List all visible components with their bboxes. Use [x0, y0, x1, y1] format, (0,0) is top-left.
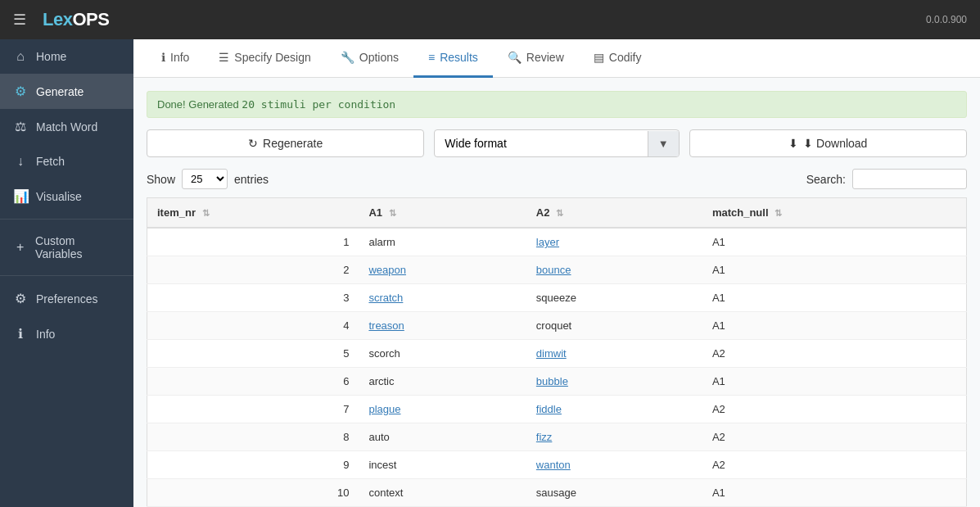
match-word-icon: ⚖ — [13, 119, 28, 134]
table-row: 7plaguefiddleA2 — [147, 396, 967, 423]
cell-a2-link[interactable]: bounce — [536, 264, 571, 276]
tab-results[interactable]: ≡ Results — [413, 39, 493, 78]
sidebar-label-home: Home — [36, 50, 66, 63]
format-dropdown-icon[interactable]: ▼ — [648, 131, 679, 156]
cell-a2-link[interactable]: wanton — [536, 459, 571, 471]
sidebar-label-visualise: Visualise — [36, 190, 82, 203]
show-entries: Show 10 25 50 100 entries — [147, 169, 269, 189]
cell-a1: context — [359, 479, 526, 507]
cell-a2: sausage — [526, 479, 702, 507]
cell-match-null: A1 — [702, 312, 967, 340]
search-input[interactable] — [852, 169, 967, 189]
cell-a1-link[interactable]: treason — [368, 319, 404, 332]
col-a1[interactable]: A1 ⇅ — [359, 198, 526, 229]
sidebar-item-custom-variables[interactable]: + Custom Variables — [0, 224, 133, 270]
sidebar-label-match-word: Match Word — [36, 120, 97, 134]
cell-a1-link[interactable]: plague — [368, 403, 400, 415]
sidebar-item-info[interactable]: ℹ Info — [0, 316, 133, 351]
download-button[interactable]: ⬇ ⬇ Download — [689, 129, 967, 157]
cell-a2-link[interactable]: fiddle — [536, 403, 562, 415]
status-code: 20 stimuli per condition — [242, 98, 395, 111]
home-icon: ⌂ — [13, 49, 28, 64]
cell-a1: treason — [359, 312, 526, 340]
cell-a1-link[interactable]: weapon — [368, 264, 406, 276]
cell-a1: scratch — [359, 284, 526, 312]
table-row: 4treasoncroquetA1 — [147, 312, 967, 340]
show-label: Show — [147, 173, 175, 186]
sidebar-item-generate[interactable]: ⚙ Generate — [0, 74, 133, 109]
toolbar: ↻ Regenerate Wide format Long format ▼ ⬇… — [147, 129, 967, 157]
table-controls: Show 10 25 50 100 entries Search: — [147, 169, 967, 189]
tab-specify-design[interactable]: ☰ Specify Design — [204, 39, 325, 78]
col-match-null[interactable]: match_null ⇅ — [702, 198, 967, 229]
entries-label: entries — [234, 173, 269, 186]
tab-info[interactable]: ℹ Info — [147, 39, 204, 78]
col-a2[interactable]: A2 ⇅ — [526, 198, 702, 229]
sidebar-item-fetch[interactable]: ↓ Fetch — [0, 144, 133, 179]
table-header-row: item_nr ⇅ A1 ⇅ A2 ⇅ match_null — [147, 198, 967, 229]
cell-a2-link[interactable]: dimwit — [536, 347, 567, 360]
preferences-icon: ⚙ — [13, 291, 28, 306]
cell-a1: alarm — [359, 228, 526, 256]
top-bar: ☰ LexOPS 0.0.0.900 — [0, 0, 980, 39]
cell-a2: bubble — [526, 368, 702, 396]
sidebar-divider-2 — [0, 275, 133, 276]
sidebar-label-custom-variables: Custom Variables — [35, 234, 120, 260]
sidebar-item-preferences[interactable]: ⚙ Preferences — [0, 281, 133, 316]
hamburger-icon[interactable]: ☰ — [13, 11, 26, 29]
app-logo: LexOPS — [43, 9, 109, 30]
cell-match-null: A2 — [702, 451, 967, 479]
cell-match-null: A1 — [702, 228, 967, 256]
table-row: 1alarmlayerA1 — [147, 228, 967, 256]
cell-a1: weapon — [359, 256, 526, 284]
format-select[interactable]: Wide format Long format — [435, 130, 647, 156]
cell-a1-link[interactable]: scratch — [368, 292, 403, 304]
status-prefix: Done! Generated — [157, 98, 242, 111]
data-table: item_nr ⇅ A1 ⇅ A2 ⇅ match_null — [147, 197, 967, 507]
sidebar-item-match-word[interactable]: ⚖ Match Word — [0, 109, 133, 144]
cell-a2-link[interactable]: layer — [536, 236, 559, 248]
tab-review[interactable]: 🔍 Review — [493, 39, 579, 78]
tab-info-label: Info — [170, 51, 189, 64]
generate-icon: ⚙ — [13, 84, 28, 99]
tab-review-icon: 🔍 — [508, 51, 522, 64]
cell-a2: fiddle — [526, 396, 702, 423]
table-row: 9incestwantonA2 — [147, 451, 967, 479]
tab-options-label: Options — [359, 51, 399, 64]
col-a1-sort-icon: ⇅ — [389, 208, 396, 218]
cell-item-nr: 3 — [147, 284, 359, 312]
table-row: 2weaponbounceA1 — [147, 256, 967, 284]
col-item-nr[interactable]: item_nr ⇅ — [147, 198, 359, 229]
sidebar-item-visualise[interactable]: 📊 Visualise — [0, 179, 133, 214]
cell-a2-link[interactable]: fizz — [536, 431, 553, 443]
regenerate-button[interactable]: ↻ Regenerate — [147, 129, 424, 157]
tab-options[interactable]: 🔧 Options — [326, 39, 413, 78]
entries-select[interactable]: 10 25 50 100 — [182, 169, 228, 189]
col-a1-label: A1 — [368, 206, 382, 219]
cell-item-nr: 7 — [147, 396, 359, 423]
cell-a2-link[interactable]: bubble — [536, 375, 568, 387]
tab-review-label: Review — [526, 51, 564, 64]
search-box: Search: — [806, 169, 967, 189]
sidebar-item-home[interactable]: ⌂ Home — [0, 39, 133, 74]
cell-a2: layer — [526, 228, 702, 256]
col-item-nr-sort-icon: ⇅ — [202, 208, 210, 218]
visualise-icon: 📊 — [13, 188, 28, 204]
status-message: Done! Generated 20 stimuli per condition — [147, 91, 967, 118]
content-area: ℹ Info ☰ Specify Design 🔧 Options ≡ Resu… — [133, 39, 980, 507]
sidebar-label-preferences: Preferences — [36, 292, 97, 306]
cell-a2: squeeze — [526, 284, 702, 312]
table-row: 5scorchdimwitA2 — [147, 340, 967, 368]
cell-match-null: A1 — [702, 256, 967, 284]
cell-item-nr: 10 — [147, 479, 359, 507]
tab-codify-label: Codify — [609, 51, 642, 64]
regenerate-icon: ↻ — [248, 137, 258, 150]
cell-a2: fizz — [526, 423, 702, 451]
cell-a1: arctic — [359, 368, 526, 396]
col-a2-label: A2 — [536, 206, 550, 219]
tab-specify-design-label: Specify Design — [234, 51, 310, 64]
tab-codify[interactable]: ▤ Codify — [579, 39, 657, 78]
table-row: 6arcticbubbleA1 — [147, 368, 967, 396]
cell-match-null: A1 — [702, 479, 967, 507]
main-layout: ⌂ Home ⚙ Generate ⚖ Match Word ↓ Fetch 📊… — [0, 39, 980, 507]
